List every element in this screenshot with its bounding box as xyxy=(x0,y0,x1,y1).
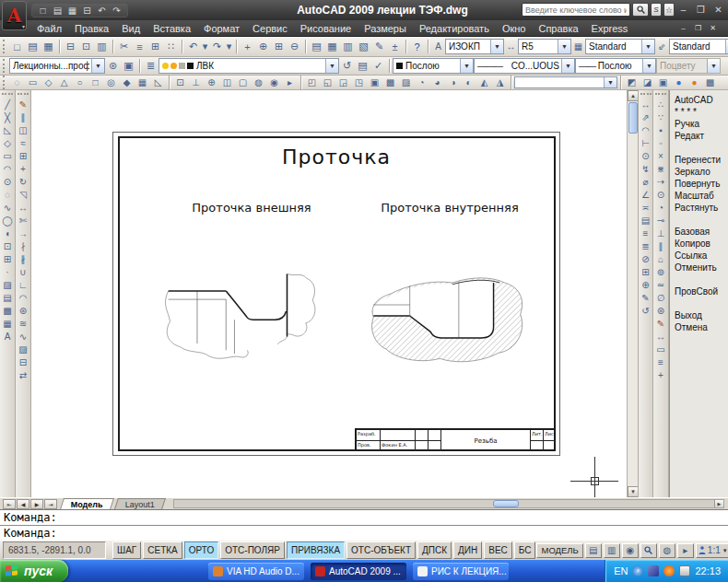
section-plane-icon[interactable]: ◭ xyxy=(476,76,492,88)
ordinate-icon[interactable]: ⊢ xyxy=(639,136,653,149)
spline-icon[interactable]: ∿ xyxy=(0,201,15,214)
arc-icon[interactable]: ◠ xyxy=(0,162,15,175)
favorites-star-icon[interactable]: ☆ xyxy=(663,3,675,17)
erase-icon[interactable]: ✎ xyxy=(16,98,30,111)
revision-cloud-icon[interactable]: ◌ xyxy=(0,188,15,201)
camera-icon[interactable]: ◉ xyxy=(266,76,282,88)
start-button[interactable]: пуск xyxy=(0,560,68,582)
extension-icon[interactable]: ⇢ xyxy=(653,175,668,188)
torus-icon[interactable]: ▩ xyxy=(382,76,398,88)
area-icon[interactable]: ▭ xyxy=(653,343,668,355)
stoggle-qp[interactable]: БС xyxy=(514,541,536,559)
color-dropdown[interactable]: Послою ▼ xyxy=(393,58,474,74)
stoggle-ortho[interactable]: ОРТО xyxy=(184,541,218,559)
toolbar-grip[interactable] xyxy=(18,93,29,95)
jogged-icon[interactable]: ↯ xyxy=(639,162,653,175)
new-icon[interactable]: □ xyxy=(9,39,25,54)
drawing-canvas[interactable]: Проточка Проточка внешняя Проточка внутр… xyxy=(31,90,638,497)
sm-item-copy[interactable]: Копиров xyxy=(675,238,728,250)
snap-from-icon[interactable]: ∵ xyxy=(653,111,668,123)
wipeout-icon[interactable]: ◺ xyxy=(150,76,166,89)
command-history[interactable]: Команда: xyxy=(0,510,728,525)
ellipse-arc-icon[interactable]: ◖ xyxy=(0,227,15,239)
temporary-track-icon[interactable]: ∴ xyxy=(653,98,668,111)
hide-icon[interactable]: ◩ xyxy=(624,76,640,88)
table-icon[interactable]: ▦ xyxy=(0,317,15,330)
intersection-icon[interactable]: × xyxy=(653,149,668,162)
sm-item-exit[interactable]: Выход xyxy=(675,309,728,321)
toolbar-grip[interactable] xyxy=(2,93,13,95)
sm-item-grip[interactable]: Ручка xyxy=(675,118,728,130)
zoom-icon[interactable] xyxy=(640,543,657,558)
linear-dimension-icon[interactable]: ↔ xyxy=(639,98,653,111)
sm-item-rotate[interactable]: Повернуть xyxy=(675,178,728,190)
stoggle-otrack[interactable]: ОТС-ОБЪЕКТ xyxy=(346,541,416,559)
network-icon[interactable] xyxy=(648,565,659,576)
polyline-icon[interactable]: ◺ xyxy=(0,123,15,136)
edit-polyline-icon[interactable]: ≋ xyxy=(16,317,30,330)
plot-preview-icon[interactable]: ⊡ xyxy=(78,39,94,54)
workspace-settings-icon[interactable]: ⊛ xyxy=(105,58,121,74)
undo-icon[interactable]: ↶ xyxy=(96,5,108,17)
offset-icon[interactable]: ≈ xyxy=(16,136,30,149)
mb-item-tools[interactable]: Сервис xyxy=(246,21,294,36)
baseline-icon[interactable]: ▤ xyxy=(639,214,653,227)
rotate-icon[interactable]: ↻ xyxy=(16,175,30,188)
mb-item-edit[interactable]: Правка xyxy=(68,21,115,36)
make-block-icon[interactable]: ⊞ xyxy=(0,252,15,265)
pan-icon[interactable]: ◍ xyxy=(659,543,675,558)
dimension-space-icon[interactable]: ≣ xyxy=(639,239,653,252)
open-icon[interactable]: ▤ xyxy=(25,39,41,54)
table-style-dropdown[interactable]: Standard ▼ xyxy=(585,39,655,54)
stoggle-ducs[interactable]: ДПСК xyxy=(417,541,452,559)
quadrant-icon[interactable]: ◔ xyxy=(653,201,668,214)
array-icon[interactable]: ⊞ xyxy=(16,149,30,162)
mb-item-help[interactable]: Справка xyxy=(532,21,584,36)
toolbar-grip[interactable] xyxy=(3,40,6,53)
center-mark-icon[interactable]: ⊕ xyxy=(639,278,653,291)
mirror-icon[interactable]: ◫ xyxy=(16,123,30,136)
explode-icon[interactable]: ⊛ xyxy=(16,304,30,317)
sm-item-scale[interactable]: Масштаб xyxy=(675,190,728,202)
zoom-previous-icon[interactable]: ⊖ xyxy=(287,39,302,54)
gradient-icon[interactable]: ▤ xyxy=(0,291,15,304)
sm-item-mirror[interactable]: Зеркало xyxy=(675,166,728,178)
task-via-hd-audio[interactable]: VIA HD Audio D... xyxy=(208,563,304,580)
mdi-minimize-button[interactable]: – xyxy=(677,23,689,33)
mb-item-dimension[interactable]: Размеры xyxy=(358,21,413,36)
rectangle-icon[interactable]: ▭ xyxy=(0,149,15,162)
insert-block-icon[interactable]: ⊡ xyxy=(0,239,15,252)
multiline-text-icon[interactable]: A xyxy=(0,330,15,343)
insert-block-icon[interactable]: ⊡ xyxy=(172,76,188,88)
mdi-restore-button[interactable]: ❒ xyxy=(692,23,704,33)
quick-view-drawings-icon[interactable]: ▥ xyxy=(604,543,620,558)
copy-icon[interactable]: ∥ xyxy=(16,111,30,123)
layer-previous-icon[interactable]: ↺ xyxy=(339,58,355,74)
arc-length-icon[interactable]: ◠ xyxy=(639,123,653,136)
open-icon[interactable]: ▤ xyxy=(52,5,64,17)
dimension-update-icon[interactable]: ↺ xyxy=(639,304,653,317)
midpoint-icon[interactable]: ◦ xyxy=(653,136,668,149)
save-icon[interactable]: ▦ xyxy=(41,39,56,54)
mb-item-view[interactable]: Вид xyxy=(115,21,147,36)
scale-icon[interactable]: ◹ xyxy=(16,188,30,201)
horizontal-scroll-thumb[interactable] xyxy=(493,500,519,507)
perpendicular-icon[interactable]: ⊥ xyxy=(653,227,668,239)
sm-item-move[interactable]: Перенести xyxy=(675,154,728,166)
join-icon[interactable]: ∪ xyxy=(16,265,30,278)
command-prompt[interactable]: Команда: xyxy=(0,527,728,540)
match-properties-icon[interactable]: ∷ xyxy=(163,39,179,54)
minimize-button[interactable]: – xyxy=(676,4,690,16)
showmotion-icon[interactable]: ▸ xyxy=(677,543,694,558)
task-word-document[interactable]: РИС К ЛЕКЦИЯ... xyxy=(413,563,509,580)
vertical-scroll-thumb[interactable] xyxy=(628,102,638,134)
download-manager-icon[interactable] xyxy=(663,565,675,576)
previous-tab-icon[interactable]: ◀ xyxy=(17,499,29,509)
square-icon[interactable]: □ xyxy=(88,76,103,89)
orbit-icon[interactable]: ◍ xyxy=(251,76,266,88)
publish-icon[interactable]: ▥ xyxy=(94,39,110,54)
circle-icon[interactable]: ⊙ xyxy=(0,175,15,188)
region-icon[interactable]: ▩ xyxy=(0,304,15,317)
insertion-icon[interactable]: ⌂ xyxy=(653,252,668,265)
hatch-grid-icon[interactable]: ▦ xyxy=(135,76,150,89)
